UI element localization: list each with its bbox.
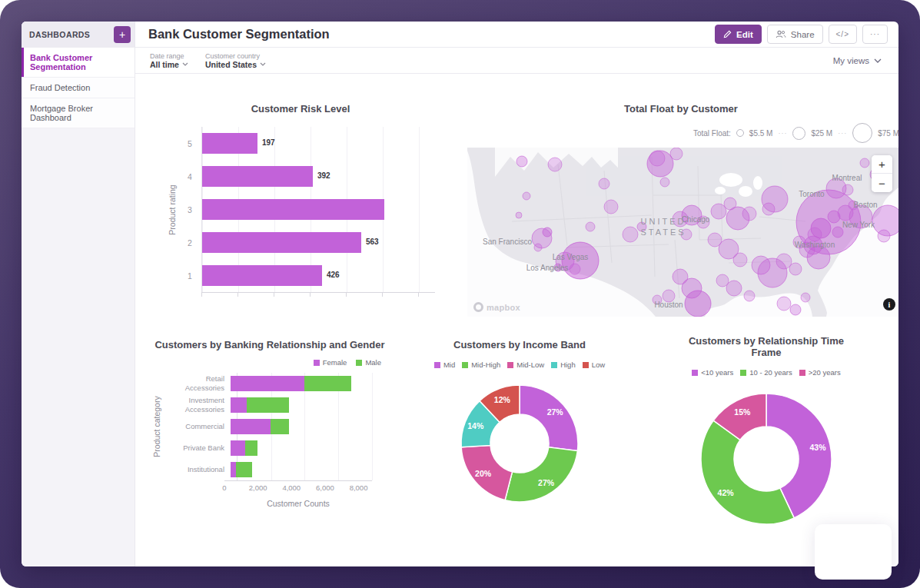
float-bubble[interactable]	[516, 212, 522, 218]
x-tick-label: 4,000	[282, 483, 301, 492]
donut-slice-10-20-years[interactable]	[701, 420, 794, 524]
bar-segment-female[interactable]	[231, 376, 304, 391]
my-views-dropdown[interactable]: My views	[833, 56, 882, 65]
floating-widget[interactable]	[815, 524, 892, 580]
legend-separator: ···	[838, 129, 847, 137]
legend-swatch	[462, 362, 468, 368]
float-bubble[interactable]	[660, 178, 669, 187]
donut-slice-mid-high[interactable]	[505, 447, 577, 502]
sidebar-item-bank-customer-segmentation[interactable]: Bank Customer Segmentation	[22, 48, 135, 78]
stacked-row: Commercial	[163, 416, 389, 437]
widget-title: Total Float by Customer	[458, 103, 898, 115]
float-bubble[interactable]	[516, 156, 527, 167]
float-bubble[interactable]	[586, 222, 595, 231]
float-bubble[interactable]	[599, 178, 609, 189]
legend-item-low[interactable]: Low	[583, 360, 605, 369]
stacked-row: Private Bank	[163, 437, 389, 459]
bar-segment-male[interactable]	[236, 462, 253, 477]
map-info-icon[interactable]: i	[883, 298, 895, 311]
risk-row: 3646	[178, 193, 435, 226]
map-canvas: San FranciscoLos AngelesLas VegasChicago…	[467, 148, 898, 317]
risk-bar[interactable]	[202, 166, 313, 187]
gender-rows: Retail AccessoriesInvestment Accessories…	[163, 373, 389, 480]
float-bubble[interactable]	[742, 207, 756, 221]
x-tick-label: 8,000	[350, 483, 368, 492]
risk-bar-track: 426	[201, 259, 435, 292]
bar-segment-female[interactable]	[231, 440, 245, 456]
float-bubble[interactable]	[801, 293, 810, 302]
legend-item--20-years[interactable]: >20 years	[799, 368, 841, 377]
bar-segment-male[interactable]	[245, 440, 257, 456]
sidebar-item-mortgage-broker-dashboard[interactable]: Mortgage Broker Dashboard	[22, 98, 135, 128]
legend-item-mid-high[interactable]: Mid-High	[462, 360, 500, 369]
risk-bar[interactable]	[202, 232, 361, 253]
bar-segment-male[interactable]	[271, 419, 289, 434]
legend-swatch	[356, 360, 362, 366]
add-dashboard-button[interactable]: +	[114, 26, 131, 43]
float-bubble[interactable]	[711, 204, 726, 219]
x-axis-label: Customer Counts	[224, 499, 372, 508]
edit-button[interactable]: Edit	[715, 25, 762, 44]
more-options-button[interactable]: ···	[862, 25, 888, 44]
float-bubble[interactable]	[860, 158, 869, 168]
share-button[interactable]: Share	[767, 25, 823, 44]
legend-item-10-20-years[interactable]: 10 - 20 years	[740, 368, 792, 377]
float-bubble[interactable]	[726, 281, 742, 296]
embed-code-button[interactable]: </>	[829, 25, 857, 44]
float-bubble[interactable]	[777, 297, 791, 311]
zoom-in-button[interactable]: +	[872, 155, 892, 174]
mapbox-logo[interactable]: mapbox	[473, 302, 520, 312]
float-bubble[interactable]	[762, 203, 775, 215]
float-bubble[interactable]	[842, 184, 853, 195]
slice-percent-label: 20%	[475, 469, 492, 478]
legend-item-female[interactable]: Female	[314, 358, 347, 367]
float-bubble[interactable]	[670, 148, 683, 160]
bar-segment-female[interactable]	[231, 397, 247, 413]
legend-item-mid[interactable]: Mid	[434, 360, 455, 369]
float-bubble[interactable]	[623, 227, 638, 242]
float-bubble[interactable]	[523, 192, 530, 200]
float-bubble[interactable]	[604, 200, 618, 214]
legend-item--10-years[interactable]: <10 years	[692, 368, 733, 377]
float-bubble[interactable]	[685, 291, 711, 317]
float-bubble[interactable]	[733, 253, 747, 267]
float-bubble[interactable]	[878, 230, 890, 242]
legend-size-label: $5.5 M	[749, 129, 773, 138]
float-bubble[interactable]	[548, 158, 562, 171]
legend-item-high[interactable]: High	[551, 360, 576, 369]
header-actions: Edit Share </> ···	[715, 25, 888, 44]
map-zoom-control: + −	[872, 155, 892, 192]
risk-bar[interactable]	[202, 133, 257, 154]
country-filter[interactable]: Customer country United States	[205, 52, 266, 69]
bar-track	[231, 416, 389, 437]
donut-slice-mid[interactable]	[520, 385, 578, 451]
bubble-map[interactable]: San FranciscoLos AngelesLas VegasChicago…	[467, 148, 898, 317]
widget-total-float-map: Total Float by Customer Total Float: $5.…	[458, 103, 898, 317]
sidebar-item-fraud-detection[interactable]: Fraud Detection	[22, 78, 135, 98]
legend-size-circle	[852, 123, 872, 143]
risk-bar[interactable]	[202, 265, 322, 286]
bar-segment-female[interactable]	[231, 419, 271, 434]
legend-size-label: $25 M	[811, 129, 832, 138]
float-bubble[interactable]	[744, 291, 755, 301]
risk-bar-track: 646	[201, 193, 435, 226]
float-bubble[interactable]	[649, 151, 665, 166]
legend-item-male[interactable]: Male	[356, 358, 381, 367]
float-bubble[interactable]	[776, 254, 792, 269]
float-bubble[interactable]	[811, 218, 831, 238]
bar-segment-male[interactable]	[247, 397, 290, 413]
float-bubble[interactable]	[534, 244, 542, 251]
date-range-filter[interactable]: Date range All time	[150, 52, 188, 69]
float-bubble[interactable]	[543, 228, 552, 237]
legend-item-mid-low[interactable]: Mid-Low	[507, 360, 544, 369]
x-tick-label: 6,000	[316, 483, 334, 492]
zoom-out-button[interactable]: −	[872, 174, 892, 192]
risk-bar[interactable]	[202, 199, 384, 220]
float-bubble[interactable]	[790, 304, 801, 315]
widget-customer-risk-level: Customer Risk Level Product rating 51974…	[166, 103, 435, 297]
bar-segment-male[interactable]	[304, 376, 351, 391]
legend-size-circle	[736, 129, 744, 137]
float-bubble[interactable]	[789, 263, 802, 275]
widget-title: Customers by Relationship Time Frame	[674, 335, 859, 358]
legend-label: Mid-High	[471, 360, 500, 369]
